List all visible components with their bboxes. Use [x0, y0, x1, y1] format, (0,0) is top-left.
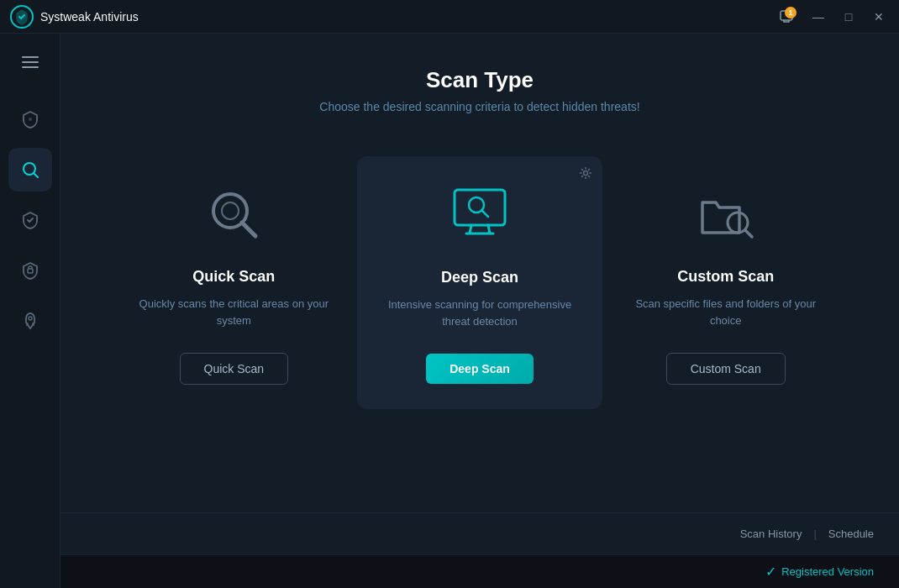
- deep-scan-desc: Intensive scanning for comprehensive thr…: [374, 297, 586, 330]
- svg-rect-4: [28, 269, 33, 273]
- svg-point-5: [29, 317, 32, 320]
- sidebar-item-safeweb[interactable]: [8, 198, 52, 242]
- app-title: Systweak Antivirus: [40, 10, 139, 24]
- deep-scan-title: Deep Scan: [441, 269, 518, 286]
- custom-scan-card: Custom Scan Scan specific files and fold…: [602, 155, 849, 410]
- deep-scan-button[interactable]: Deep Scan: [426, 354, 534, 384]
- footer-bar: Scan History | Schedule: [60, 512, 899, 554]
- footer-divider: |: [813, 528, 816, 540]
- svg-point-2: [29, 118, 32, 121]
- close-button[interactable]: ✕: [869, 7, 889, 27]
- logo-icon: [10, 5, 34, 29]
- sidebar-item-scan[interactable]: [8, 148, 52, 192]
- scan-cards-container: Quick Scan Quickly scans the critical ar…: [111, 155, 849, 410]
- page-subtitle: Choose the desired scanning criteria to …: [319, 100, 639, 113]
- main-layout: Scan Type Choose the desired scanning cr…: [0, 34, 899, 588]
- version-bar: ✓ Registered Version: [60, 554, 899, 588]
- quick-scan-desc: Quickly scans the critical areas on your…: [128, 296, 340, 329]
- version-check-icon: ✓: [765, 564, 776, 580]
- titlebar: Systweak Antivirus 1 — □ ✕: [0, 0, 899, 34]
- version-status: ✓ Registered Version: [765, 564, 874, 580]
- menu-line: [22, 61, 39, 63]
- menu-line: [22, 56, 39, 58]
- maximize-button[interactable]: □: [839, 7, 859, 27]
- custom-scan-button[interactable]: Custom Scan: [666, 353, 786, 385]
- version-text-label: Registered Version: [781, 565, 874, 578]
- custom-scan-desc: Scan specific files and folders of your …: [619, 296, 832, 329]
- custom-scan-icon: [692, 181, 760, 248]
- svg-point-7: [222, 202, 239, 219]
- sidebar-item-boost[interactable]: [8, 299, 52, 343]
- notification-button[interactable]: 1: [775, 5, 798, 29]
- notification-badge: 1: [785, 7, 796, 18]
- minimize-button[interactable]: —: [808, 7, 828, 27]
- svg-point-8: [584, 171, 588, 176]
- deep-scan-card: Deep Scan Intensive scanning for compreh…: [357, 156, 603, 409]
- scan-history-link[interactable]: Scan History: [740, 528, 802, 540]
- svg-rect-9: [455, 190, 505, 225]
- sidebar-item-secure[interactable]: [8, 249, 52, 292]
- page-title: Scan Type: [426, 67, 534, 93]
- quick-scan-title: Quick Scan: [192, 268, 275, 286]
- hamburger-menu-button[interactable]: [12, 47, 49, 77]
- app-logo: Systweak Antivirus: [10, 5, 775, 29]
- sidebar-item-protection[interactable]: [8, 97, 52, 141]
- content-area: Scan Type Choose the desired scanning cr…: [60, 34, 899, 588]
- sidebar: [0, 34, 60, 588]
- custom-scan-title: Custom Scan: [677, 268, 774, 286]
- quick-scan-card: Quick Scan Quickly scans the critical ar…: [111, 155, 357, 410]
- window-controls: 1 — □ ✕: [775, 5, 889, 29]
- quick-scan-button[interactable]: Quick Scan: [180, 353, 289, 385]
- page-content: Scan Type Choose the desired scanning cr…: [60, 34, 899, 512]
- deep-scan-settings-button[interactable]: [579, 166, 592, 180]
- deep-scan-icon: [446, 181, 513, 249]
- menu-line: [22, 66, 39, 68]
- quick-scan-icon: [200, 181, 267, 248]
- schedule-link[interactable]: Schedule: [828, 528, 874, 540]
